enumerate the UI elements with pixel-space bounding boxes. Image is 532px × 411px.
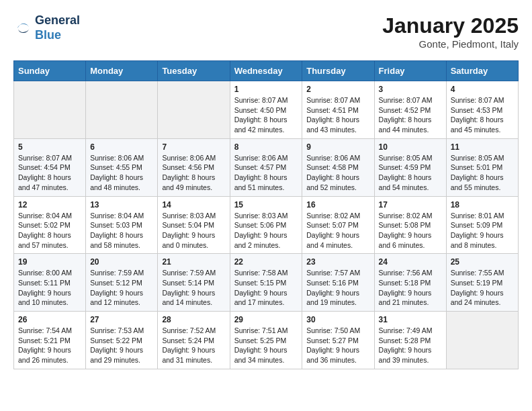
day-number: 14 [162,200,225,210]
day-info: Sunrise: 7:55 AM Sunset: 5:19 PM Dayligh… [451,268,514,308]
day-number: 12 [18,200,81,210]
weekday-header-sunday: Sunday [14,61,86,81]
day-number: 6 [90,142,153,152]
calendar-cell: 24Sunrise: 7:56 AM Sunset: 5:18 PM Dayli… [374,254,446,312]
day-info: Sunrise: 8:03 AM Sunset: 5:06 PM Dayligh… [234,211,298,250]
calendar-cell: 9Sunrise: 8:06 AM Sunset: 4:58 PM Daylig… [302,138,374,196]
calendar-cell: 5Sunrise: 8:07 AM Sunset: 4:54 PM Daylig… [14,138,86,196]
day-info: Sunrise: 8:06 AM Sunset: 4:57 PM Dayligh… [234,153,298,193]
calendar-cell: 7Sunrise: 8:06 AM Sunset: 4:56 PM Daylig… [158,138,230,196]
calendar-cell: 28Sunrise: 7:52 AM Sunset: 5:24 PM Dayli… [158,312,230,369]
weekday-header-wednesday: Wednesday [230,61,302,81]
day-number: 18 [451,200,514,210]
calendar-cell: 19Sunrise: 8:00 AM Sunset: 5:11 PM Dayli… [14,254,86,312]
logo: General Blue [13,13,80,42]
day-number: 21 [162,257,225,267]
calendar-cell: 12Sunrise: 8:04 AM Sunset: 5:02 PM Dayli… [14,196,86,254]
calendar-cell: 1Sunrise: 8:07 AM Sunset: 4:50 PM Daylig… [230,81,302,139]
day-info: Sunrise: 8:05 AM Sunset: 5:01 PM Dayligh… [451,153,514,193]
day-number: 30 [306,315,369,324]
logo-icon [13,19,32,38]
calendar-cell: 17Sunrise: 8:02 AM Sunset: 5:08 PM Dayli… [374,196,446,254]
day-number: 1 [234,85,298,94]
day-info: Sunrise: 8:02 AM Sunset: 5:07 PM Dayligh… [306,211,369,250]
day-number: 15 [234,200,298,210]
calendar-cell: 27Sunrise: 7:53 AM Sunset: 5:22 PM Dayli… [86,312,158,369]
location-subtitle: Gonte, Piedmont, Italy [382,38,519,50]
weekday-header-tuesday: Tuesday [158,61,230,81]
calendar-cell: 15Sunrise: 8:03 AM Sunset: 5:06 PM Dayli… [230,196,302,254]
day-number: 9 [306,142,369,152]
day-number: 10 [379,142,442,152]
day-number: 20 [90,257,153,267]
day-number: 17 [379,200,442,210]
calendar-cell: 31Sunrise: 7:49 AM Sunset: 5:28 PM Dayli… [374,312,446,369]
day-info: Sunrise: 8:02 AM Sunset: 5:08 PM Dayligh… [379,211,442,250]
calendar-week-5: 26Sunrise: 7:54 AM Sunset: 5:21 PM Dayli… [14,312,519,369]
weekday-header-monday: Monday [86,61,158,81]
calendar-cell: 8Sunrise: 8:06 AM Sunset: 4:57 PM Daylig… [230,138,302,196]
calendar-cell: 6Sunrise: 8:06 AM Sunset: 4:55 PM Daylig… [86,138,158,196]
calendar-cell: 23Sunrise: 7:57 AM Sunset: 5:16 PM Dayli… [302,254,374,312]
calendar-cell: 22Sunrise: 7:58 AM Sunset: 5:15 PM Dayli… [230,254,302,312]
weekday-header-saturday: Saturday [446,61,518,81]
day-number: 24 [379,257,442,267]
weekday-header-friday: Friday [374,61,446,81]
calendar-cell [14,81,86,139]
calendar-cell: 3Sunrise: 8:07 AM Sunset: 4:52 PM Daylig… [374,81,446,139]
day-number: 25 [451,257,514,267]
day-info: Sunrise: 8:06 AM Sunset: 4:55 PM Dayligh… [90,153,153,193]
day-info: Sunrise: 8:06 AM Sunset: 4:56 PM Dayligh… [162,153,225,193]
day-info: Sunrise: 7:54 AM Sunset: 5:21 PM Dayligh… [18,326,81,365]
day-info: Sunrise: 8:07 AM Sunset: 4:52 PM Dayligh… [379,95,442,135]
day-number: 11 [451,142,514,152]
day-info: Sunrise: 7:58 AM Sunset: 5:15 PM Dayligh… [234,268,298,308]
day-info: Sunrise: 8:07 AM Sunset: 4:50 PM Dayligh… [234,95,298,135]
logo-text-blue: Blue [35,28,80,43]
day-number: 8 [234,142,298,152]
day-info: Sunrise: 7:57 AM Sunset: 5:16 PM Dayligh… [306,268,369,308]
day-info: Sunrise: 8:07 AM Sunset: 4:54 PM Dayligh… [18,153,81,193]
day-info: Sunrise: 7:50 AM Sunset: 5:27 PM Dayligh… [306,326,369,365]
calendar-cell: 20Sunrise: 7:59 AM Sunset: 5:12 PM Dayli… [86,254,158,312]
day-info: Sunrise: 8:07 AM Sunset: 4:53 PM Dayligh… [451,95,514,135]
calendar-week-4: 19Sunrise: 8:00 AM Sunset: 5:11 PM Dayli… [14,254,519,312]
day-info: Sunrise: 7:59 AM Sunset: 5:14 PM Dayligh… [162,268,225,308]
calendar-cell: 25Sunrise: 7:55 AM Sunset: 5:19 PM Dayli… [446,254,518,312]
calendar-cell: 16Sunrise: 8:02 AM Sunset: 5:07 PM Dayli… [302,196,374,254]
logo-text-general: General [35,13,80,28]
day-info: Sunrise: 8:06 AM Sunset: 4:58 PM Dayligh… [306,153,369,193]
day-info: Sunrise: 8:04 AM Sunset: 5:02 PM Dayligh… [18,211,81,250]
calendar-cell: 26Sunrise: 7:54 AM Sunset: 5:21 PM Dayli… [14,312,86,369]
day-info: Sunrise: 8:01 AM Sunset: 5:09 PM Dayligh… [451,211,514,250]
day-number: 3 [379,85,442,94]
day-info: Sunrise: 8:00 AM Sunset: 5:11 PM Dayligh… [18,268,81,308]
calendar-cell: 10Sunrise: 8:05 AM Sunset: 4:59 PM Dayli… [374,138,446,196]
day-number: 13 [90,200,153,210]
day-info: Sunrise: 7:59 AM Sunset: 5:12 PM Dayligh… [90,268,153,308]
calendar-week-1: 1Sunrise: 8:07 AM Sunset: 4:50 PM Daylig… [14,81,519,139]
day-number: 29 [234,315,298,324]
calendar-cell [86,81,158,139]
day-number: 19 [18,257,81,267]
calendar-cell: 21Sunrise: 7:59 AM Sunset: 5:14 PM Dayli… [158,254,230,312]
day-number: 16 [306,200,369,210]
day-info: Sunrise: 8:07 AM Sunset: 4:51 PM Dayligh… [306,95,369,135]
day-number: 28 [162,315,225,324]
calendar-cell: 4Sunrise: 8:07 AM Sunset: 4:53 PM Daylig… [446,81,518,139]
day-info: Sunrise: 7:53 AM Sunset: 5:22 PM Dayligh… [90,326,153,365]
calendar-cell: 30Sunrise: 7:50 AM Sunset: 5:27 PM Dayli… [302,312,374,369]
calendar-week-3: 12Sunrise: 8:04 AM Sunset: 5:02 PM Dayli… [14,196,519,254]
day-number: 31 [379,315,442,324]
day-number: 27 [90,315,153,324]
calendar-table: SundayMondayTuesdayWednesdayThursdayFrid… [13,60,519,369]
day-info: Sunrise: 7:49 AM Sunset: 5:28 PM Dayligh… [379,326,442,365]
day-number: 22 [234,257,298,267]
weekday-header-thursday: Thursday [302,61,374,81]
month-title: January 2025 [382,13,519,38]
calendar-cell: 18Sunrise: 8:01 AM Sunset: 5:09 PM Dayli… [446,196,518,254]
calendar-cell: 11Sunrise: 8:05 AM Sunset: 5:01 PM Dayli… [446,138,518,196]
page-header: General Blue January 2025 Gonte, Piedmon… [13,13,519,50]
day-number: 2 [306,85,369,94]
calendar-cell [446,312,518,369]
